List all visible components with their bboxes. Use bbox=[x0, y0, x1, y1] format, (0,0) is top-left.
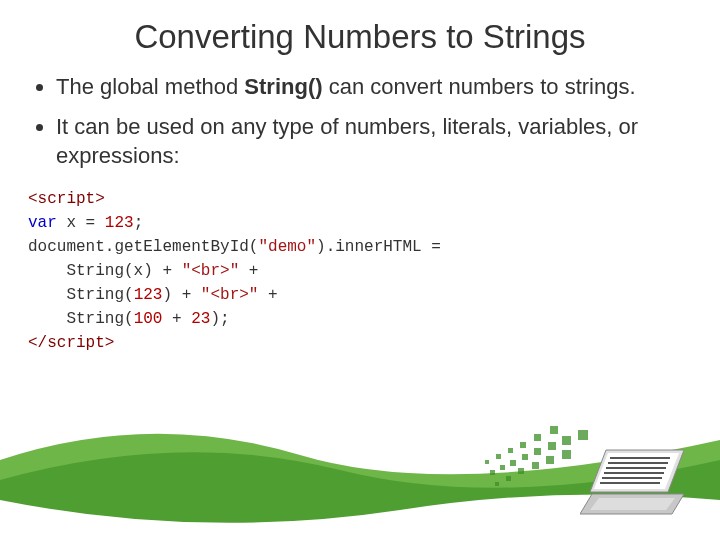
bullet-text-pre: It can be used on any type of numbers, l… bbox=[56, 114, 638, 169]
code-line: </script> bbox=[28, 331, 692, 355]
svg-rect-16 bbox=[508, 448, 513, 453]
code-line: var x = 123; bbox=[28, 211, 692, 235]
bullet-text-post: can convert numbers to strings. bbox=[323, 74, 636, 99]
svg-rect-24 bbox=[606, 467, 666, 469]
code-text: ; bbox=[134, 214, 144, 232]
svg-rect-17 bbox=[520, 442, 526, 448]
svg-rect-0 bbox=[490, 470, 495, 475]
svg-rect-23 bbox=[608, 462, 668, 464]
svg-rect-6 bbox=[562, 436, 571, 445]
bullet-item: The global method String() can convert n… bbox=[56, 72, 692, 102]
code-text: String( bbox=[28, 310, 134, 328]
code-text: ) + bbox=[162, 286, 200, 304]
bullet-item: It can be used on any type of numbers, l… bbox=[56, 112, 692, 171]
svg-rect-18 bbox=[534, 434, 541, 441]
svg-rect-9 bbox=[506, 476, 511, 481]
svg-rect-3 bbox=[522, 454, 528, 460]
svg-rect-10 bbox=[518, 468, 524, 474]
svg-rect-27 bbox=[600, 482, 660, 484]
laptop-icon bbox=[580, 442, 690, 522]
code-number: 23 bbox=[191, 310, 210, 328]
code-line: String(100 + 23); bbox=[28, 307, 692, 331]
slide-title: Converting Numbers to Strings bbox=[28, 18, 692, 56]
svg-rect-26 bbox=[602, 477, 662, 479]
svg-rect-22 bbox=[610, 457, 670, 459]
code-text: + bbox=[162, 310, 191, 328]
code-text: + bbox=[258, 286, 277, 304]
svg-rect-13 bbox=[562, 450, 571, 459]
svg-rect-19 bbox=[550, 426, 558, 434]
code-line: String(x) + "<br>" + bbox=[28, 259, 692, 283]
code-string: "demo" bbox=[258, 238, 316, 256]
decorative-wave bbox=[0, 400, 720, 540]
code-string: "<br>" bbox=[182, 262, 240, 280]
code-text: ).innerHTML = bbox=[316, 238, 441, 256]
svg-rect-1 bbox=[500, 465, 505, 470]
code-keyword: var bbox=[28, 214, 57, 232]
decorative-data-stream bbox=[470, 410, 610, 500]
svg-rect-12 bbox=[546, 456, 554, 464]
bullet-text-pre: The global method bbox=[56, 74, 244, 99]
svg-rect-11 bbox=[532, 462, 539, 469]
code-tag: <script> bbox=[28, 190, 105, 208]
code-line: document.getElementById("demo").innerHTM… bbox=[28, 235, 692, 259]
code-text: String(x) + bbox=[28, 262, 182, 280]
svg-marker-28 bbox=[580, 494, 684, 514]
code-number: 123 bbox=[105, 214, 134, 232]
svg-rect-14 bbox=[485, 460, 489, 464]
svg-rect-5 bbox=[548, 442, 556, 450]
svg-rect-15 bbox=[496, 454, 501, 459]
code-text: + bbox=[239, 262, 258, 280]
code-text: document.getElementById( bbox=[28, 238, 258, 256]
code-string: "<br>" bbox=[201, 286, 259, 304]
svg-rect-4 bbox=[534, 448, 541, 455]
code-text: ); bbox=[210, 310, 229, 328]
code-line: <script> bbox=[28, 187, 692, 211]
bullet-list: The global method String() can convert n… bbox=[56, 72, 692, 171]
svg-rect-2 bbox=[510, 460, 516, 466]
code-line: String(123) + "<br>" + bbox=[28, 283, 692, 307]
code-number: 123 bbox=[134, 286, 163, 304]
svg-rect-25 bbox=[604, 472, 664, 474]
svg-rect-8 bbox=[495, 482, 499, 486]
svg-marker-29 bbox=[590, 498, 675, 510]
code-tag: </script> bbox=[28, 334, 114, 352]
code-text: String( bbox=[28, 286, 134, 304]
svg-marker-20 bbox=[590, 450, 684, 492]
bullet-text-bold: String() bbox=[244, 74, 322, 99]
slide-container: Converting Numbers to Strings The global… bbox=[0, 0, 720, 540]
code-number: 100 bbox=[134, 310, 163, 328]
code-block: <script> var x = 123; document.getElemen… bbox=[28, 187, 692, 355]
svg-rect-7 bbox=[578, 430, 588, 440]
code-text: x = bbox=[57, 214, 105, 232]
svg-marker-21 bbox=[594, 453, 679, 489]
